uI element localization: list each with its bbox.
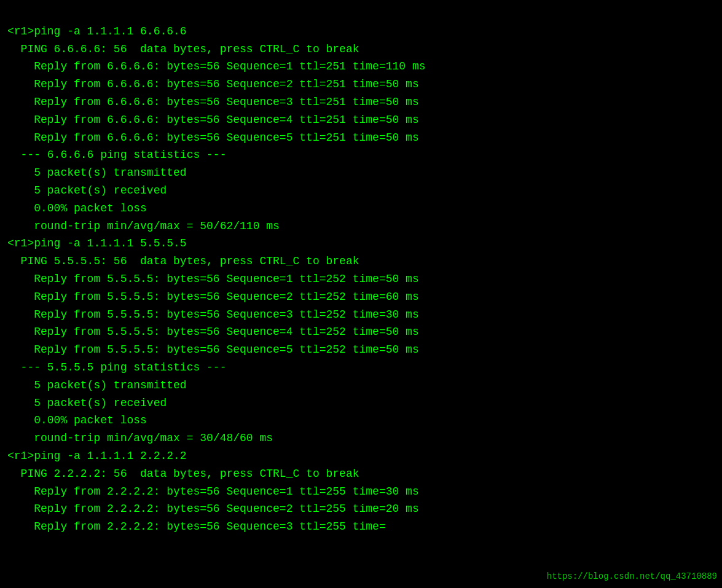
terminal-line: Reply from 5.5.5.5: bytes=56 Sequence=4 … bbox=[7, 323, 715, 341]
terminal-line: 5 packet(s) received bbox=[7, 394, 715, 412]
terminal-line: <r1>ping -a 1.1.1.1 6.6.6.6 bbox=[7, 23, 715, 41]
terminal-line: Reply from 6.6.6.6: bytes=56 Sequence=2 … bbox=[7, 76, 715, 93]
terminal-line: round-trip min/avg/max = 50/62/110 ms bbox=[7, 218, 715, 235]
terminal-line: Reply from 5.5.5.5: bytes=56 Sequence=2 … bbox=[7, 288, 715, 306]
terminal-line: 5 packet(s) transmitted bbox=[7, 164, 715, 182]
terminal-line: 5 packet(s) received bbox=[7, 182, 715, 200]
terminal-line: Reply from 6.6.6.6: bytes=56 Sequence=3 … bbox=[7, 93, 715, 111]
terminal-line: <r1>ping -a 1.1.1.1 5.5.5.5 bbox=[7, 235, 715, 253]
watermark: https://blog.csdn.net/qq_43710889 bbox=[547, 570, 717, 583]
terminal-line: Reply from 5.5.5.5: bytes=56 Sequence=1 … bbox=[7, 270, 715, 288]
terminal-line: 0.00% packet loss bbox=[7, 200, 715, 218]
terminal-line: PING 2.2.2.2: 56 data bytes, press CTRL_… bbox=[7, 465, 715, 483]
terminal-line: 0.00% packet loss bbox=[7, 412, 715, 429]
terminal-line: Reply from 5.5.5.5: bytes=56 Sequence=3 … bbox=[7, 306, 715, 324]
terminal-line: PING 5.5.5.5: 56 data bytes, press CTRL_… bbox=[7, 253, 715, 270]
terminal-line: PING 6.6.6.6: 56 data bytes, press CTRL_… bbox=[7, 41, 715, 58]
terminal-line: Reply from 5.5.5.5: bytes=56 Sequence=5 … bbox=[7, 341, 715, 359]
terminal-line: --- 5.5.5.5 ping statistics --- bbox=[7, 359, 715, 377]
terminal-line: Reply from 2.2.2.2: bytes=56 Sequence=3 … bbox=[7, 518, 715, 536]
terminal-output: <r1>ping -a 1.1.1.1 6.6.6.6 PING 6.6.6.6… bbox=[7, 5, 715, 536]
terminal-line: --- 6.6.6.6 ping statistics --- bbox=[7, 146, 715, 164]
terminal-line: Reply from 2.2.2.2: bytes=56 Sequence=2 … bbox=[7, 500, 715, 518]
terminal-line: <r1>ping -a 1.1.1.1 2.2.2.2 bbox=[7, 447, 715, 465]
terminal-line: round-trip min/avg/max = 30/48/60 ms bbox=[7, 429, 715, 447]
terminal-line: Reply from 2.2.2.2: bytes=56 Sequence=1 … bbox=[7, 483, 715, 501]
terminal-line: Reply from 6.6.6.6: bytes=56 Sequence=1 … bbox=[7, 58, 715, 76]
terminal-line: Reply from 6.6.6.6: bytes=56 Sequence=5 … bbox=[7, 129, 715, 147]
terminal-line: 5 packet(s) transmitted bbox=[7, 377, 715, 394]
terminal-line: Reply from 6.6.6.6: bytes=56 Sequence=4 … bbox=[7, 111, 715, 129]
